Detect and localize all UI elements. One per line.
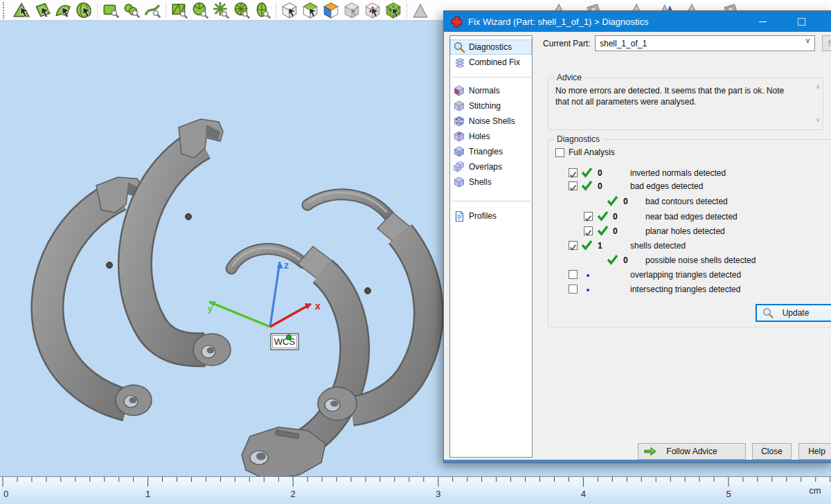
help-button[interactable]: Help — [798, 443, 831, 460]
sidebar-separator — [452, 201, 530, 201]
sidebar-item-diagnostics[interactable]: Diagnostics — [450, 39, 532, 55]
minimize-button[interactable] — [747, 11, 778, 32]
diagnostic-row: 1shells detected — [548, 239, 831, 253]
diagnostic-count: 0 — [613, 212, 618, 222]
diagnostic-checkbox[interactable] — [584, 226, 593, 235]
cube-view-white-icon[interactable] — [280, 1, 298, 19]
diagnostic-label: bad edges detected — [630, 181, 703, 191]
diagnostics-legend: Diagnostics — [554, 134, 602, 144]
maximize-button[interactable] — [786, 11, 816, 32]
sidebar-item-profiles[interactable]: Profiles — [450, 208, 532, 224]
star-selection-icon[interactable] — [212, 1, 230, 19]
sidebar-item-label: Overlaps — [469, 162, 502, 172]
full-analysis-checkbox[interactable] — [555, 148, 564, 157]
ruler-number: 5 — [726, 489, 731, 499]
sidebar-item-label: Combined Fix — [469, 57, 520, 67]
sidebar-separator — [452, 77, 530, 78]
stacked-plates-icon — [454, 57, 465, 69]
diagnostic-label: intersecting triangles detected — [630, 285, 740, 294]
chevron-down-icon: ˅ — [805, 37, 810, 46]
diagnostic-checkbox[interactable] — [569, 241, 578, 250]
diagnostic-checkbox[interactable] — [569, 168, 578, 177]
mark-triangle-icon[interactable] — [12, 1, 30, 19]
sidebar-item-stitching[interactable]: Stitching — [450, 98, 532, 114]
ruler-number: 2 — [291, 489, 296, 499]
wcs-label-box: WCS — [271, 334, 298, 350]
maximize-icon — [798, 18, 805, 26]
wcs-text: WCS — [274, 336, 296, 347]
cube-view-gray-icon[interactable] — [343, 1, 361, 19]
freeform-selection-icon[interactable] — [143, 1, 161, 19]
axis-z-label: z — [284, 260, 289, 271]
diagnostic-count: 0 — [623, 197, 628, 206]
green-check-icon — [581, 180, 593, 191]
follow-advice-button[interactable]: Follow Advice — [638, 443, 746, 460]
mark-shell-icon[interactable] — [75, 1, 93, 19]
close-button[interactable]: Close — [752, 443, 792, 460]
cube-view-red-core-icon[interactable] — [364, 1, 382, 19]
close-button-label: Close — [761, 447, 783, 456]
sidebar-item-shells[interactable]: Shells — [450, 174, 532, 190]
diagnostic-checkbox[interactable] — [569, 285, 578, 294]
part-shell-b[interactable] — [135, 119, 231, 366]
next-part-button[interactable]: N — [822, 35, 831, 51]
part-shell-d[interactable] — [307, 192, 429, 420]
update-button-label: Update — [783, 308, 810, 318]
cube-view-green-top-icon[interactable] — [301, 1, 319, 19]
current-part-combobox[interactable]: shell_1_of_1 ˅ — [595, 35, 815, 51]
green-check-icon — [597, 225, 609, 236]
toolbar-drag-handle[interactable] — [3, 2, 8, 19]
point-marker — [365, 288, 371, 294]
sidebar-item-triangles[interactable]: Triangles — [450, 144, 532, 159]
toolbar-separator — [166, 3, 166, 18]
not-analysed-dot-icon — [587, 289, 589, 291]
diagnostic-row: 0possible noise shells detected — [548, 253, 831, 267]
mark-surface-icon[interactable] — [54, 1, 72, 19]
rectangle-selection-icon[interactable] — [102, 1, 120, 19]
diagnostic-row: 0bad edges detected — [548, 179, 831, 193]
gray-triangle-tool-icon[interactable] — [411, 1, 429, 19]
sidebar-item-combined-fix[interactable]: Combined Fix — [450, 55, 532, 70]
diagnostics-groupbox: Diagnostics Full Analysis 0inverted norm… — [548, 139, 831, 327]
sidebar-item-noise-shells[interactable]: Noise Shells — [450, 114, 532, 129]
wizard-page-list: Diagnostics Combined Fix Normals — [449, 35, 533, 458]
window-selection-icon[interactable] — [170, 1, 188, 19]
measurement-ruler: 012345cm — [0, 476, 831, 504]
mark-plane-icon[interactable] — [33, 1, 51, 19]
ellipse-selection-icon[interactable] — [253, 1, 271, 19]
diagnostic-checkbox[interactable] — [584, 212, 593, 221]
green-check-icon — [597, 210, 609, 222]
diagnostic-row: intersecting triangles detected — [548, 282, 831, 296]
sidebar-item-normals[interactable]: Normals — [450, 83, 532, 98]
sidebar-item-label: Holes — [469, 132, 490, 141]
diagnostic-checkbox[interactable] — [569, 270, 578, 279]
diagnostic-checkbox[interactable] — [569, 181, 578, 190]
point-marker — [186, 214, 192, 220]
axis-x-label: x — [315, 300, 321, 312]
update-button[interactable]: Update — [756, 304, 831, 322]
cube-view-orange-blue-icon[interactable] — [322, 1, 340, 19]
diagnostic-count: 0 — [598, 168, 602, 178]
minimize-icon — [759, 21, 767, 22]
sidebar-item-holes[interactable]: Holes — [450, 129, 532, 144]
circle-selection-icon[interactable] — [123, 1, 141, 19]
magics-application: z x y WCS 012345cm Fix Wizard (Part: she… — [0, 0, 831, 504]
magnifier-icon — [454, 42, 465, 53]
diagnostic-label: overlapping triangles detected — [630, 270, 741, 280]
green-check-icon — [581, 240, 593, 251]
diagnostic-count: 1 — [598, 241, 602, 251]
diagnostic-label: inverted normals detected — [630, 168, 726, 178]
pie-selection-icon[interactable] — [191, 1, 209, 19]
cube-view-green-dots-icon[interactable] — [384, 1, 402, 19]
sidebar-item-label: Shells — [469, 177, 492, 187]
diagnostic-label: near bad edges detected — [645, 212, 738, 222]
cube-plain-icon — [454, 177, 465, 188]
wheel-selection-icon[interactable] — [233, 1, 251, 19]
ruler-number: 3 — [436, 489, 440, 499]
dialog-titlebar[interactable]: Fix Wizard (Part: shell_1_of_1) > Diagno… — [444, 11, 831, 32]
sidebar-item-overlaps[interactable]: Overlaps — [450, 159, 532, 174]
sidebar-item-label: Profiles — [469, 211, 497, 221]
scroll-down-icon[interactable]: ˅ — [816, 117, 820, 124]
part-shell-c[interactable] — [231, 246, 355, 476]
scroll-up-icon[interactable]: ˄ — [816, 84, 820, 91]
